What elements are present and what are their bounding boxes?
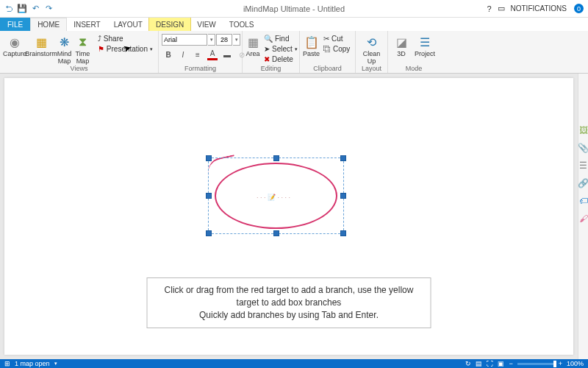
clipboard-icon: 📋: [304, 35, 319, 49]
timeline-icon: ⧗: [75, 35, 90, 49]
resize-handle-w[interactable]: [206, 193, 212, 199]
delete-icon: ✖: [264, 55, 270, 63]
italic-button[interactable]: I: [176, 49, 190, 60]
minimize-icon[interactable]: ▭: [498, 4, 505, 13]
quick-access-toolbar: ⮌ 💾 ↶ ↷: [0, 3, 54, 15]
view1-icon[interactable]: ▤: [476, 360, 482, 367]
aperture-icon: ◉: [7, 35, 22, 49]
cleanup-icon: ⟲: [365, 35, 379, 49]
canvas[interactable]: · · · 📝 · · · · Click or drag from the r…: [4, 78, 573, 355]
hint-line2: Quickly add branches by using Tab and En…: [162, 309, 416, 322]
resize-handle-se[interactable]: [340, 230, 346, 236]
find-button[interactable]: 🔍Find: [262, 34, 300, 43]
group-views-label: Views: [3, 65, 155, 73]
capture-button[interactable]: ◉Capture: [3, 34, 26, 57]
group-clipboard-label: Clipboard: [303, 65, 352, 73]
mindmap-button[interactable]: ❋Mind Map: [56, 34, 73, 65]
tab-view[interactable]: VIEW: [190, 18, 223, 31]
undo-icon[interactable]: ↶: [29, 3, 41, 15]
ribbon-tabs: FILE HOME INSERT LAYOUT DESIGN VIEW TOOL…: [0, 18, 588, 31]
maps-open-label: 1 map open: [15, 360, 50, 367]
tab-design[interactable]: DESIGN: [149, 18, 190, 31]
tab-tools[interactable]: TOOLS: [223, 18, 261, 31]
cut-button[interactable]: ✂Cut: [321, 34, 352, 43]
paste-button[interactable]: 📋Paste: [303, 34, 320, 57]
timemap-button[interactable]: ⧗Time Map: [74, 34, 91, 65]
format-panel-icon[interactable]: 🖌: [579, 213, 588, 224]
mindmap-icon: ❋: [57, 35, 71, 49]
resize-handle-e[interactable]: [340, 193, 346, 199]
tab-file[interactable]: FILE: [0, 18, 30, 31]
font-color-button[interactable]: A: [206, 49, 219, 60]
resize-handle-n[interactable]: [273, 155, 279, 161]
gantt-icon: ☰: [417, 35, 432, 49]
area-button[interactable]: ▦Area: [245, 34, 260, 57]
flag-icon: ⚑: [98, 45, 104, 53]
zoom-level[interactable]: 100%: [567, 360, 584, 367]
3d-button[interactable]: ◪3D: [391, 34, 412, 57]
refresh-icon[interactable]: ↻: [465, 360, 471, 367]
image-panel-icon[interactable]: 🖼: [579, 125, 588, 135]
redo-icon[interactable]: ↷: [43, 3, 54, 15]
cursor-icon: ➤: [264, 45, 270, 53]
copy-button[interactable]: ⿻Copy: [321, 44, 352, 54]
delete-button[interactable]: ✖Delete: [262, 54, 300, 64]
window-title: iMindMap Ultimate - Untitled: [243, 4, 345, 13]
select-button[interactable]: ➤Select▾: [262, 44, 300, 54]
attachment-panel-icon[interactable]: 📎: [578, 143, 588, 153]
help-icon[interactable]: ?: [487, 4, 491, 13]
save-icon[interactable]: 💾: [16, 3, 28, 15]
bold-button[interactable]: B: [162, 49, 175, 60]
hint-tooltip: Click or drag from the red target to add…: [147, 277, 431, 328]
zoom-slider[interactable]: [517, 363, 554, 365]
resize-handle-nw[interactable]: [206, 155, 212, 161]
hint-line1: Click or drag from the red target to add…: [162, 284, 416, 309]
resize-handle-s[interactable]: [273, 230, 279, 236]
canvas-area: · · · 📝 · · · · Click or drag from the r…: [0, 74, 578, 359]
area-icon: ▦: [245, 35, 260, 49]
fill-color-button[interactable]: ▬: [220, 49, 234, 60]
align-button[interactable]: ≡: [191, 49, 204, 60]
fullscreen-icon[interactable]: ⛶: [487, 360, 493, 367]
copy-icon: ⿻: [323, 45, 331, 53]
project-button[interactable]: ☰Project: [413, 34, 437, 57]
link-panel-icon[interactable]: 🔗: [578, 178, 588, 188]
font-name-input[interactable]: [162, 34, 207, 46]
tag-panel-icon[interactable]: 🏷: [579, 196, 588, 206]
presentation-button[interactable]: ⚑Presentation▾: [96, 44, 155, 54]
ribbon: ◉Capture ▦Brainstorm ❋Mind Map ⧗Time Map…: [0, 31, 588, 74]
board-icon: ▦: [34, 35, 49, 49]
title-bar: ⮌ 💾 ↶ ↷ iMindMap Ultimate - Untitled ? ▭…: [0, 0, 588, 18]
right-sidebar: 🖼 📎 ☰ 🔗 🏷 🖌: [578, 74, 588, 359]
notifications-badge[interactable]: 0: [574, 4, 584, 13]
share-button[interactable]: ⤴Share: [96, 34, 155, 43]
group-mode-label: Mode: [391, 65, 437, 73]
zoom-in-button[interactable]: +: [559, 360, 562, 367]
resize-handle-ne[interactable]: [340, 155, 346, 161]
group-formatting-label: Formatting: [162, 65, 239, 73]
center-icon[interactable]: ▣: [498, 360, 504, 367]
group-layout-label: Layout: [359, 65, 384, 73]
back-icon[interactable]: ⮌: [3, 3, 15, 15]
notes-panel-icon[interactable]: ☰: [579, 160, 587, 171]
size-dd-icon[interactable]: ▾: [233, 34, 240, 46]
status-bar: ⊞ 1 map open ▾ ↻ ▤ ⛶ ▣ − + 100%: [0, 359, 588, 368]
search-icon: 🔍: [264, 35, 273, 43]
tab-home[interactable]: HOME: [30, 18, 67, 31]
cleanup-button[interactable]: ⟲Clean Up: [359, 34, 384, 65]
selection-box: [208, 158, 344, 234]
tab-insert[interactable]: INSERT: [67, 18, 107, 31]
resize-handle-sw[interactable]: [206, 230, 212, 236]
group-editing-label: Editing: [245, 65, 296, 73]
cube-icon: ◪: [394, 35, 409, 49]
font-dd-icon[interactable]: ▾: [208, 34, 215, 46]
font-size-input[interactable]: [216, 34, 232, 46]
tab-layout[interactable]: LAYOUT: [107, 18, 149, 31]
notifications-label[interactable]: NOTIFICATIONS: [511, 4, 567, 13]
scissors-icon: ✂: [323, 35, 329, 43]
status-dd-icon[interactable]: ▾: [54, 361, 57, 367]
brainstorm-button[interactable]: ▦Brainstorm: [28, 34, 54, 57]
zoom-out-button[interactable]: −: [509, 360, 512, 367]
app-status-icon[interactable]: ⊞: [4, 360, 10, 367]
share-icon: ⤴: [98, 35, 101, 43]
